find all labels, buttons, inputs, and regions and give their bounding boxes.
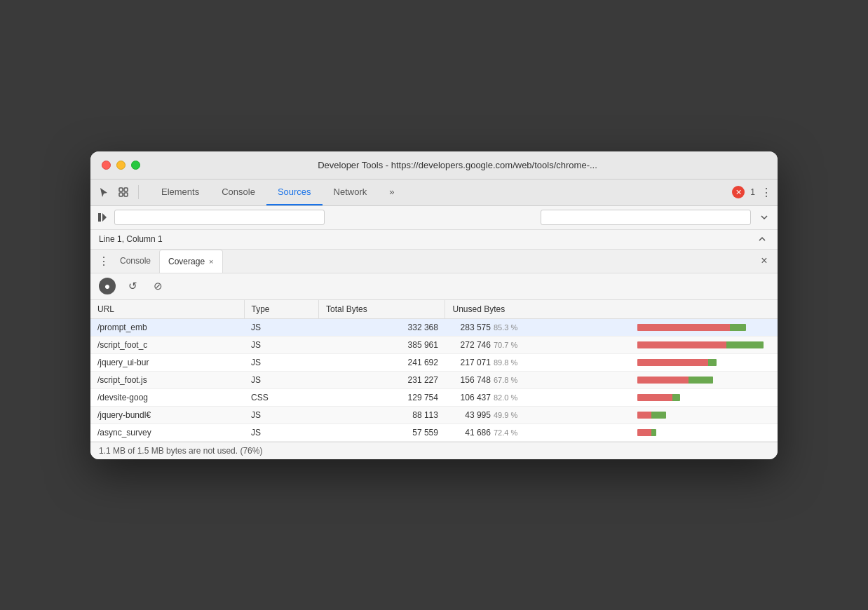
cell-type: JS	[244, 423, 318, 441]
cell-bar	[637, 406, 778, 423]
cell-url: /async_survey	[90, 423, 244, 441]
close-button[interactable]	[102, 161, 111, 170]
cell-url: /prompt_emb	[90, 318, 244, 336]
coverage-tab-close[interactable]: ×	[209, 257, 213, 266]
table-row[interactable]: /script_foot_cJS385 961 272 746 70.7 %	[90, 336, 778, 353]
svg-rect-3	[124, 193, 128, 196]
inspect-icon[interactable]	[116, 184, 131, 200]
tab-network[interactable]: Network	[323, 179, 379, 205]
more-menu-icon[interactable]: ⋮	[761, 186, 772, 199]
drawer-tab-bar: ⋮ Console Coverage × ×	[90, 250, 778, 273]
col-total-bytes[interactable]: Total Bytes	[318, 300, 445, 319]
cell-unused-bytes: 156 748 67.8 %	[445, 371, 637, 388]
error-icon: ✕	[732, 186, 745, 198]
cell-url: /devsite-goog	[90, 388, 244, 406]
col-type[interactable]: Type	[244, 300, 318, 319]
cell-unused-bytes: 272 746 70.7 %	[445, 336, 637, 353]
cell-url: /jquery_ui-bur	[90, 353, 244, 371]
cell-type: JS	[244, 353, 318, 371]
drawer-close-button[interactable]: ×	[757, 253, 772, 269]
tab-end-controls: ✕ 1 ⋮	[732, 186, 772, 199]
cursor-icon[interactable]	[96, 184, 111, 200]
cell-total-bytes: 332 368	[318, 318, 445, 336]
main-tabs: Elements Console Sources Network »	[150, 179, 732, 205]
expand-icon[interactable]	[755, 232, 769, 246]
drawer-tab-coverage[interactable]: Coverage ×	[159, 250, 222, 273]
cell-unused-bytes: 106 437 82.0 %	[445, 388, 637, 406]
cell-bar	[637, 336, 778, 353]
cell-total-bytes: 231 227	[318, 371, 445, 388]
col-url[interactable]: URL	[90, 300, 244, 319]
sources-toolbar	[90, 206, 778, 230]
col-unused-bytes[interactable]: Unused Bytes	[445, 300, 778, 319]
cell-total-bytes: 88 113	[318, 406, 445, 423]
cell-total-bytes: 129 754	[318, 388, 445, 406]
table-row[interactable]: /devsite-googCSS129 754 106 437 82.0 %	[90, 388, 778, 406]
cell-bar	[637, 388, 778, 406]
drawer-more-icon[interactable]: ⋮	[96, 253, 111, 269]
maximize-button[interactable]	[131, 161, 140, 170]
cell-url: /script_foot_c	[90, 336, 244, 353]
window-controls	[102, 161, 140, 170]
tab-elements[interactable]: Elements	[150, 179, 210, 205]
cell-unused-bytes: 43 995 49.9 %	[445, 406, 637, 423]
minimize-button[interactable]	[116, 161, 126, 170]
cell-total-bytes: 57 559	[318, 423, 445, 441]
cell-url: /jquery-bundl€	[90, 406, 244, 423]
cell-unused-bytes: 283 575 85.3 %	[445, 318, 637, 336]
coverage-table-wrapper: URL Type Total Bytes Unused Bytes /promp…	[90, 300, 778, 442]
record-button[interactable]: ●	[99, 278, 116, 294]
sources-search-input[interactable]	[114, 210, 325, 225]
sources-input-divider	[330, 211, 535, 224]
tab-sources[interactable]: Sources	[266, 179, 323, 205]
svg-rect-2	[119, 193, 123, 196]
cell-bar	[637, 318, 778, 336]
tool-icons	[96, 184, 142, 200]
table-row[interactable]: /script_foot.jsJS231 227 156 748 67.8 %	[90, 371, 778, 388]
table-row[interactable]: /jquery_ui-burJS241 692 217 071 89.8 %	[90, 353, 778, 371]
title-bar: Developer Tools - https://developers.goo…	[90, 151, 778, 179]
cursor-position: Line 1, Column 1	[99, 234, 163, 244]
cell-unused-bytes: 217 071 89.8 %	[445, 353, 637, 371]
cell-unused-bytes: 41 686 72.4 %	[445, 423, 637, 441]
svg-rect-1	[124, 188, 128, 191]
cell-bar	[637, 423, 778, 441]
cell-type: JS	[244, 318, 318, 336]
window-title: Developer Tools - https://developers.goo…	[149, 160, 766, 170]
reload-button[interactable]: ↺	[124, 278, 141, 294]
drawer-tab-console[interactable]: Console	[111, 250, 159, 273]
table-row[interactable]: /prompt_embJS332 368 283 575 85.3 %	[90, 318, 778, 336]
clear-button[interactable]: ⊘	[149, 278, 166, 294]
devtools-window: Developer Tools - https://developers.goo…	[90, 151, 778, 459]
sources-filter-input[interactable]	[541, 210, 751, 225]
footer-text: 1.1 MB of 1.5 MB bytes are not used. (76…	[99, 446, 262, 456]
cell-type: JS	[244, 406, 318, 423]
svg-rect-4	[98, 213, 101, 222]
sources-play-icon[interactable]	[96, 211, 109, 224]
coverage-footer: 1.1 MB of 1.5 MB bytes are not used. (76…	[90, 442, 778, 459]
svg-marker-5	[102, 213, 107, 222]
svg-rect-0	[119, 188, 123, 191]
cell-type: CSS	[244, 388, 318, 406]
main-tab-bar: Elements Console Sources Network » ✕ 1 ⋮	[90, 179, 778, 206]
status-bar: Line 1, Column 1	[90, 230, 778, 250]
chevron-down-icon[interactable]	[757, 210, 772, 225]
table-row[interactable]: /jquery-bundl€JS88 113 43 995 49.9 %	[90, 406, 778, 423]
cell-type: JS	[244, 371, 318, 388]
tab-divider	[138, 185, 139, 199]
cell-url: /script_foot.js	[90, 371, 244, 388]
table-header-row: URL Type Total Bytes Unused Bytes	[90, 300, 778, 319]
coverage-toolbar: ● ↺ ⊘	[90, 273, 778, 300]
coverage-table: URL Type Total Bytes Unused Bytes /promp…	[90, 300, 778, 442]
table-row[interactable]: /async_surveyJS57 559 41 686 72.4 %	[90, 423, 778, 441]
cell-bar	[637, 371, 778, 388]
tab-console[interactable]: Console	[210, 179, 266, 205]
cell-bar	[637, 353, 778, 371]
tab-more[interactable]: »	[378, 179, 405, 205]
cell-total-bytes: 385 961	[318, 336, 445, 353]
error-count: 1	[750, 187, 755, 197]
cell-total-bytes: 241 692	[318, 353, 445, 371]
cell-type: JS	[244, 336, 318, 353]
